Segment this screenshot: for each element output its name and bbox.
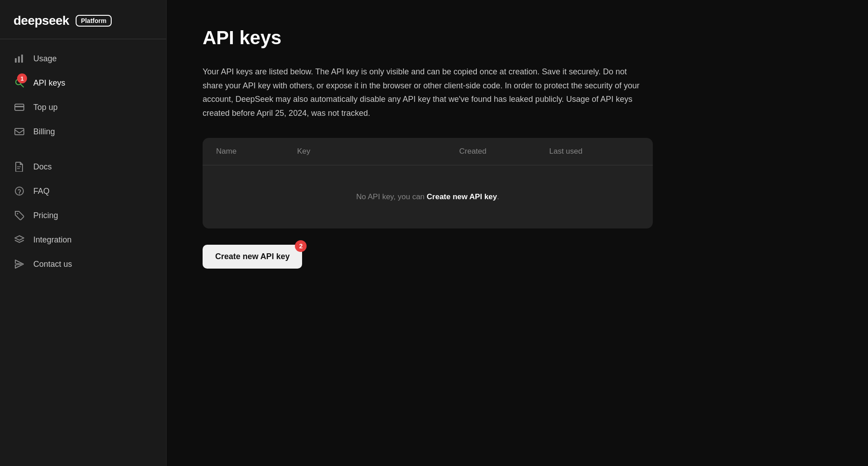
col-created: Created [459, 147, 549, 156]
empty-period: . [497, 192, 499, 201]
layers-icon [14, 234, 25, 246]
sidebar-item-top-up[interactable]: Top up [5, 95, 162, 119]
api-keys-table: Name Key Created Last used No API key, y… [203, 138, 653, 228]
svg-rect-7 [15, 128, 24, 135]
envelope-icon [14, 126, 25, 137]
sidebar-item-api-keys[interactable]: 1 API keys [5, 71, 162, 95]
svg-rect-2 [21, 55, 23, 63]
sidebar-item-faq-label: FAQ [33, 187, 50, 196]
main-content: API keys Your API keys are listed below.… [167, 0, 868, 466]
create-new-api-key-button[interactable]: Create new API key [203, 245, 302, 269]
sidebar-item-contact-us[interactable]: Contact us [5, 252, 162, 276]
sidebar-item-usage[interactable]: Usage [5, 46, 162, 71]
sidebar-item-pricing[interactable]: Pricing [5, 203, 162, 228]
svg-line-4 [21, 84, 23, 87]
send-icon [14, 258, 25, 270]
brand-name: deepseek [14, 14, 69, 28]
sidebar-item-faq[interactable]: FAQ [5, 179, 162, 203]
bar-chart-icon [14, 53, 25, 64]
sidebar: deepseek Platform Usage 1 [0, 0, 167, 466]
sidebar-item-contact-us-label: Contact us [33, 260, 72, 269]
sidebar-item-billing-label: Billing [33, 127, 55, 137]
card-icon [14, 101, 25, 113]
create-button-badge: 2 [295, 240, 307, 252]
col-last-used: Last used [549, 147, 639, 156]
sidebar-item-usage-label: Usage [33, 54, 57, 64]
table-empty-state: No API key, you can Create new API key. [203, 165, 653, 228]
svg-point-11 [19, 193, 20, 194]
sidebar-item-top-up-label: Top up [33, 103, 58, 112]
sidebar-item-billing[interactable]: Billing [5, 119, 162, 144]
svg-rect-1 [18, 56, 20, 63]
nav-spacer [5, 144, 162, 155]
doc-icon [14, 161, 25, 173]
sidebar-item-integration[interactable]: Integration [5, 228, 162, 252]
sidebar-item-docs[interactable]: Docs [5, 155, 162, 179]
svg-rect-0 [15, 58, 17, 63]
svg-marker-13 [15, 236, 24, 240]
sidebar-nav: Usage 1 API keys Top up [0, 46, 166, 466]
table-header: Name Key Created Last used [203, 138, 653, 165]
tag-icon [14, 210, 25, 221]
sidebar-item-docs-label: Docs [33, 162, 52, 172]
description-text: Your API keys are listed below. The API … [203, 65, 644, 120]
svg-point-12 [17, 213, 18, 215]
question-icon [14, 185, 25, 197]
col-key: Key [297, 147, 459, 156]
logo-area: deepseek Platform [0, 0, 166, 39]
sidebar-item-pricing-label: Pricing [33, 211, 58, 220]
sidebar-divider [0, 39, 166, 39]
empty-text: No API key, you can [356, 192, 427, 201]
create-new-api-key-link[interactable]: Create new API key [427, 192, 497, 201]
sidebar-item-api-keys-label: API keys [33, 78, 65, 88]
page-title: API keys [203, 27, 832, 49]
platform-badge: Platform [76, 15, 112, 27]
sidebar-item-integration-label: Integration [33, 235, 72, 245]
create-button-wrapper: Create new API key 2 [203, 245, 302, 269]
col-name: Name [216, 147, 297, 156]
svg-rect-6 [15, 106, 24, 107]
api-keys-badge: 1 [17, 73, 27, 83]
